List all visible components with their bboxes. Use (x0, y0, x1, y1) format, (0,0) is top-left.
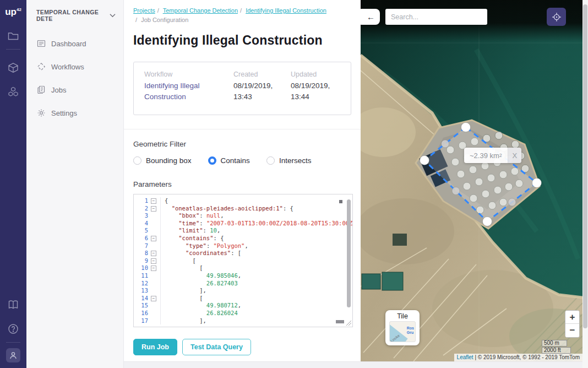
scale-imperial: 2000 ft (542, 347, 571, 354)
project-menu: Dashboard Workflows Jobs Settings (26, 34, 123, 122)
geometric-filter-label: Geometric Filter (133, 140, 351, 148)
tile-preview: RosGru -Lincke (389, 321, 416, 342)
area-tooltip: ~2.39 km2 X (464, 148, 521, 163)
locate-button[interactable] (547, 8, 566, 26)
sidebar-item-label: Workflows (51, 63, 84, 71)
up42-logo[interactable]: up42 (5, 7, 21, 18)
rail-divider-bottom (6, 342, 20, 343)
project-title: TEMPORAL CHANGE DETE (36, 9, 110, 22)
crosshair-icon (552, 12, 562, 22)
editor-horizontal-scrollbar[interactable] (336, 320, 344, 323)
project-selector[interactable]: TEMPORAL CHANGE DETE (26, 0, 123, 22)
sidebar-item-settings[interactable]: Settings (26, 104, 123, 122)
account-icon[interactable] (6, 348, 20, 362)
sidebar-item-label: Settings (51, 109, 77, 117)
area-value: ~2.39 km2 (464, 148, 508, 163)
editor-annotation-marker (339, 200, 342, 203)
area-tooltip-close-button[interactable]: X (508, 148, 521, 163)
tile-label: Tile (385, 312, 420, 320)
test-data-query-button[interactable]: Test Data Query (182, 339, 251, 355)
sidebar-item-dashboard[interactable]: Dashboard (26, 34, 123, 53)
scale-metric: 500 m (542, 340, 567, 347)
workflow-card: Workflow Identifying Illegal Constructio… (133, 62, 351, 115)
dashboard-icon (37, 39, 46, 48)
run-job-button[interactable]: Run Job (133, 339, 177, 355)
sidebar-item-workflows[interactable]: Workflows (26, 57, 123, 76)
page-scrollbar[interactable] (582, 0, 588, 368)
editor-vertical-scrollbar[interactable] (347, 199, 351, 307)
rail-divider (6, 49, 20, 50)
workflows-icon (37, 62, 46, 71)
action-buttons: Run Job Test Data Query (133, 339, 351, 355)
json-parameters-editor[interactable]: 1{2 "oneatlas-pleiades-aoiclipped:1": {3… (133, 194, 353, 327)
breadcrumb-current: Job Configuration (141, 17, 188, 23)
app-rail: up42 (0, 0, 26, 368)
back-arrow-icon: ← (367, 12, 375, 21)
sidebar-item-label: Jobs (51, 86, 66, 94)
leaflet-link[interactable]: Leaflet (457, 354, 473, 360)
page-title: Identifying Illegal Construction (133, 33, 351, 48)
projects-folder-icon[interactable] (7, 30, 19, 42)
breadcrumb-link-workflow[interactable]: Identifying Illegal Construction (246, 7, 326, 14)
main-content: Projects/ Temporal Change Detection/ Ide… (124, 0, 361, 361)
created-label: Created (233, 71, 288, 78)
created-value: 08/19/2019, 13:43 (233, 80, 279, 103)
radio-dot (133, 156, 141, 165)
editor-resize-grip[interactable] (346, 321, 351, 326)
code-lines: 1{2 "oneatlas-pleiades-aoiclipped:1": {3… (134, 194, 352, 324)
breadcrumb-link-projects[interactable]: Projects (133, 7, 155, 14)
basemap-tile-switcher[interactable]: Tile RosGru -Lincke (385, 310, 420, 345)
chevron-down-icon (110, 13, 116, 18)
section-divider (124, 129, 361, 129)
updated-value: 08/19/2019, 13:44 (291, 80, 336, 103)
workflow-label: Workflow (144, 71, 231, 78)
updated-label: Updated (291, 71, 346, 78)
blocks-icon[interactable] (7, 86, 19, 98)
zoom-in-button[interactable]: + (565, 311, 579, 324)
docs-book-icon[interactable] (7, 299, 19, 311)
workflow-name-link[interactable]: Identifying Illegal Construction (144, 80, 221, 103)
search-input[interactable] (385, 9, 487, 25)
radio-bounding-box[interactable]: Bounding box (133, 156, 192, 165)
map-search (385, 9, 487, 25)
radio-intersects[interactable]: Intersects (266, 156, 312, 165)
sidebar-item-jobs[interactable]: Jobs (26, 80, 123, 99)
help-icon[interactable] (7, 323, 19, 335)
geometric-filter-options: Bounding box Contains Intersects (133, 156, 351, 165)
settings-icon (37, 109, 46, 117)
aoi-polygon-layer[interactable] (361, 0, 582, 361)
map-panel[interactable]: ← ~2.39 km2 X Tile RosGru -Lincke + − 50… (361, 0, 582, 361)
project-sidebar: TEMPORAL CHANGE DETE Dashboard Workflows… (26, 0, 124, 368)
zoom-out-button[interactable]: − (565, 324, 579, 337)
radio-contains[interactable]: Contains (208, 156, 250, 165)
sidebar-item-label: Dashboard (51, 40, 86, 48)
zoom-control: + − (565, 310, 580, 338)
page-scrollbar-thumb[interactable] (583, 4, 587, 328)
footer-strip (124, 361, 582, 368)
tile-preview-text: RosGru (407, 326, 414, 335)
catalog-cube-icon[interactable] (7, 62, 19, 74)
map-attribution: Leaflet | © 2019 Microsoft, © 1992 - 201… (454, 354, 582, 361)
radio-dot (266, 156, 275, 165)
jobs-icon (37, 85, 46, 94)
radio-dot-selected (208, 156, 216, 165)
breadcrumb-link-project[interactable]: Temporal Change Detection (163, 7, 238, 14)
scale-bar: 500 m 2000 ft (542, 340, 571, 354)
parameters-label: Parameters (133, 180, 351, 188)
map-back-button[interactable]: ← (361, 9, 380, 25)
breadcrumb: Projects/ Temporal Change Detection/ Ide… (133, 6, 351, 25)
